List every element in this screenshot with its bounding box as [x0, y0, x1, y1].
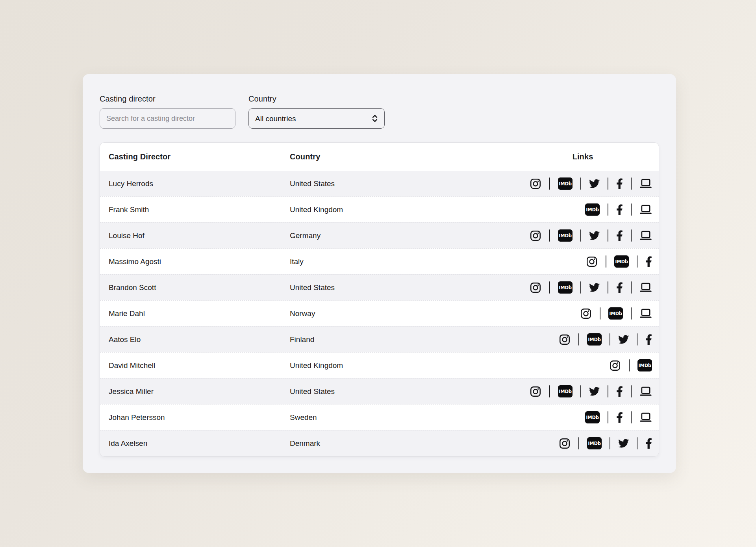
links-cell: IMDb: [513, 255, 652, 268]
twitter-icon[interactable]: [618, 334, 629, 345]
imdb-icon[interactable]: IMDb: [558, 177, 573, 190]
facebook-icon[interactable]: [616, 282, 623, 294]
twitter-icon[interactable]: [589, 178, 600, 189]
twitter-icon[interactable]: [618, 438, 629, 449]
directors-table: Casting Director Country Links Lucy Herr…: [100, 142, 659, 456]
instagram-icon[interactable]: [530, 178, 541, 190]
link-divider: [608, 411, 608, 423]
link-divider: [610, 333, 610, 346]
facebook-icon[interactable]: [616, 178, 623, 190]
instagram-icon[interactable]: [586, 256, 598, 268]
director-country: United Kingdom: [290, 205, 513, 214]
instagram-icon[interactable]: [530, 386, 541, 397]
imdb-icon[interactable]: IMDb: [558, 281, 573, 294]
search-input[interactable]: [100, 108, 235, 129]
link-divider: [608, 177, 608, 190]
link-divider: [631, 281, 632, 294]
links-cell: IMDb: [513, 359, 652, 371]
website-icon[interactable]: [639, 178, 652, 189]
twitter-icon[interactable]: [589, 230, 600, 241]
links-cell: IMDb: [513, 333, 652, 346]
link-divider: [549, 385, 550, 397]
facebook-icon[interactable]: [645, 334, 652, 346]
table-row: Marie Dahl Norway IMDb: [100, 300, 659, 326]
page: { "filters": { "director_label": "Castin…: [0, 0, 756, 547]
country-select[interactable]: All countries: [248, 108, 385, 129]
links-cell: IMDb: [513, 229, 652, 242]
director-country: Italy: [290, 257, 513, 266]
twitter-icon[interactable]: [589, 282, 600, 293]
links-cell: IMDb: [513, 385, 652, 397]
facebook-icon[interactable]: [616, 386, 623, 397]
director-name: Johan Petersson: [109, 413, 290, 422]
imdb-icon[interactable]: IMDb: [585, 203, 600, 216]
website-icon[interactable]: [639, 204, 652, 215]
imdb-icon[interactable]: IMDb: [585, 411, 600, 423]
table-row: Lucy Herrods United States IMDb: [100, 171, 659, 196]
facebook-icon[interactable]: [616, 230, 623, 242]
link-divider: [578, 333, 579, 346]
facebook-icon[interactable]: [616, 412, 623, 423]
instagram-icon[interactable]: [530, 282, 541, 294]
instagram-icon[interactable]: [559, 438, 571, 449]
imdb-icon[interactable]: IMDb: [558, 229, 573, 242]
facebook-icon[interactable]: [645, 256, 652, 268]
website-icon[interactable]: [639, 308, 652, 319]
imdb-icon[interactable]: IMDb: [637, 359, 652, 371]
director-name: Marie Dahl: [109, 309, 290, 318]
table-row: Johan Petersson Sweden IMDb: [100, 404, 659, 430]
director-name: Frank Smith: [109, 205, 290, 214]
imdb-icon[interactable]: IMDb: [614, 255, 629, 268]
casting-directors-panel: Casting director Country All countries C…: [83, 74, 676, 473]
column-header-casting-director: Casting Director: [109, 152, 290, 161]
director-country: Denmark: [290, 439, 513, 448]
table-body: Lucy Herrods United States IMDb Frank Sm…: [100, 171, 659, 456]
imdb-icon[interactable]: IMDb: [587, 437, 602, 449]
director-name: Louise Hof: [109, 231, 290, 240]
filters-bar: Casting director Country All countries: [100, 94, 659, 129]
director-country: United States: [290, 179, 513, 188]
link-divider: [580, 385, 581, 397]
imdb-icon[interactable]: IMDb: [558, 385, 573, 397]
facebook-icon[interactable]: [616, 204, 623, 216]
link-divider: [631, 307, 632, 320]
instagram-icon[interactable]: [559, 334, 571, 346]
website-icon[interactable]: [639, 386, 652, 397]
link-divider: [606, 255, 606, 268]
link-divider: [631, 385, 632, 397]
links-cell: IMDb: [513, 437, 652, 449]
website-icon[interactable]: [639, 282, 652, 293]
link-divider: [580, 229, 581, 242]
table-row: Louise Hof Germany IMDb: [100, 222, 659, 248]
website-icon[interactable]: [639, 412, 652, 423]
table-row: David Mitchell United Kingdom IMDb: [100, 352, 659, 378]
instagram-icon[interactable]: [530, 230, 541, 242]
link-divider: [608, 203, 608, 216]
link-divider: [580, 177, 581, 190]
instagram-icon[interactable]: [609, 360, 621, 371]
imdb-icon[interactable]: IMDb: [587, 333, 602, 346]
links-cell: IMDb: [513, 203, 652, 216]
table-row: Jessica Miller United States IMDb: [100, 378, 659, 404]
director-name: Lucy Herrods: [109, 179, 290, 188]
instagram-icon[interactable]: [580, 308, 592, 320]
director-name: Aatos Elo: [109, 335, 290, 344]
country-filter-label: Country: [248, 94, 385, 104]
director-name: David Mitchell: [109, 361, 290, 370]
link-divider: [631, 229, 632, 242]
director-name: Jessica Miller: [109, 387, 290, 396]
link-divider: [549, 281, 550, 294]
link-divider: [631, 177, 632, 190]
link-divider: [549, 229, 550, 242]
imdb-icon[interactable]: IMDb: [608, 307, 623, 320]
links-cell: IMDb: [513, 177, 652, 190]
website-icon[interactable]: [639, 230, 652, 241]
director-country: United States: [290, 283, 513, 292]
director-filter-field: Casting director: [100, 94, 235, 129]
link-divider: [631, 203, 632, 216]
link-divider: [631, 411, 632, 423]
column-header-country: Country: [290, 152, 513, 161]
facebook-icon[interactable]: [645, 438, 652, 449]
twitter-icon[interactable]: [589, 386, 600, 397]
link-divider: [637, 333, 637, 346]
